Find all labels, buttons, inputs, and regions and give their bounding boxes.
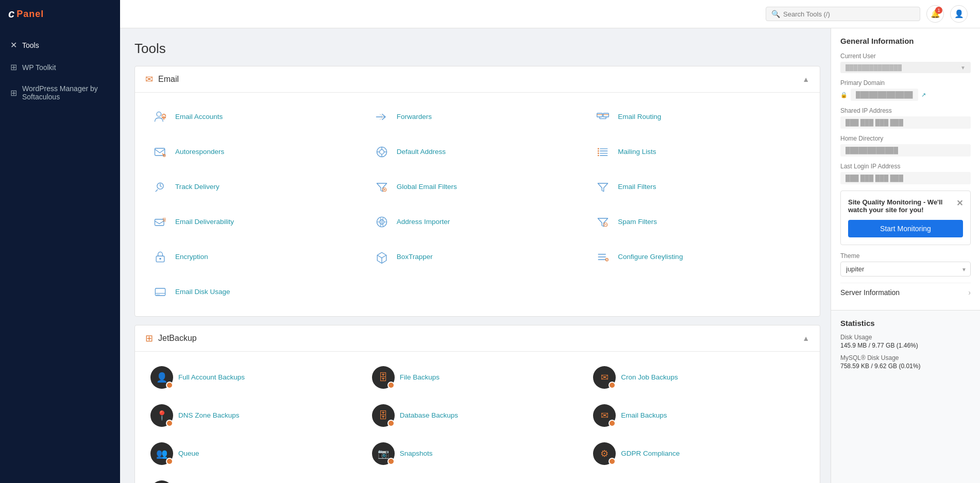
queue-badge — [166, 458, 173, 465]
jetbackup-section-chevron: ▲ — [802, 334, 809, 342]
topbar-icons: 🔔 1 👤 — [926, 5, 968, 23]
tool-configure-greylisting[interactable]: Configure Greylisting — [588, 241, 809, 273]
tool-forwarders[interactable]: Forwarders — [367, 101, 588, 133]
svg-point-41 — [159, 294, 160, 295]
topbar: 🔍 🔔 1 👤 — [120, 0, 980, 28]
tool-full-account-backups[interactable]: 👤 Full Account Backups — [145, 360, 367, 395]
monitoring-close-btn[interactable]: ✕ — [956, 198, 963, 208]
tool-email-deliverability[interactable]: Email Deliverability — [145, 206, 367, 238]
full-account-backups-badge — [166, 382, 173, 389]
tool-email-disk-usage-label: Email Disk Usage — [175, 287, 230, 297]
current-user-text: ██████████████ — [846, 64, 902, 71]
svg-rect-2 — [597, 113, 603, 117]
tool-cron-job-backups-label: Cron Job Backups — [621, 373, 678, 382]
monitoring-box: ✕ Site Quality Monitoring - We'll watch … — [840, 191, 971, 245]
sidebar-item-tools[interactable]: ✕ Tools — [0, 34, 120, 56]
tools-icon: ✕ — [10, 40, 17, 50]
general-info-title: General Information — [840, 37, 971, 45]
tool-encryption-label: Encryption — [175, 252, 208, 262]
tool-track-delivery[interactable]: Track Delivery — [145, 171, 367, 203]
tool-email-routing[interactable]: Email Routing — [588, 101, 809, 133]
search-box[interactable]: 🔍 — [766, 7, 920, 21]
server-info-arrow: › — [968, 288, 971, 297]
email-filters-icon — [593, 177, 613, 197]
tool-settings[interactable]: ⚙ Settings — [145, 474, 367, 483]
global-email-filters-icon — [372, 177, 392, 197]
jetbackup-section-icon: ⊞ — [145, 333, 153, 344]
mailing-lists-icon — [593, 142, 613, 162]
jetbackup-section-header[interactable]: ⊞ JetBackup ▲ — [135, 325, 820, 352]
tool-email-disk-usage[interactable]: Email Disk Usage — [145, 276, 367, 308]
home-dir-row: Home Directory ████████████ — [840, 135, 971, 157]
tool-file-backups[interactable]: 🗄 File Backups — [367, 360, 588, 395]
tool-mailing-lists[interactable]: Mailing Lists — [588, 136, 809, 168]
email-section: ✉ Email ▲ — [134, 66, 820, 317]
tool-dns-zone-backups[interactable]: 📍 DNS Zone Backups — [145, 398, 367, 433]
tool-default-address-label: Default Address — [397, 147, 446, 157]
search-input[interactable] — [783, 10, 915, 18]
encryption-icon — [150, 247, 170, 267]
monitoring-title: ✕ Site Quality Monitoring - We'll watch … — [848, 198, 963, 214]
configure-greylisting-icon — [593, 247, 613, 267]
tool-address-importer[interactable]: Address Importer — [367, 206, 588, 238]
svg-point-32 — [159, 258, 161, 260]
svg-point-0 — [157, 112, 161, 116]
server-info-label: Server Information — [840, 288, 900, 297]
page-title: Tools — [134, 41, 820, 57]
tool-encryption[interactable]: Encryption — [145, 241, 367, 273]
svg-point-40 — [157, 294, 158, 295]
statistics-title: Statistics — [840, 319, 971, 327]
tool-gdpr-compliance[interactable]: ⚙ GDPR Compliance — [588, 436, 809, 471]
cron-job-backups-badge — [609, 382, 616, 389]
tool-email-filters[interactable]: Email Filters — [588, 171, 809, 203]
tool-email-deliverability-label: Email Deliverability — [175, 217, 234, 227]
tool-autoresponders[interactable]: Autoresponders — [145, 136, 367, 168]
tool-global-email-filters[interactable]: Global Email Filters — [367, 171, 588, 203]
user-button[interactable]: 👤 — [950, 5, 968, 23]
jetbackup-section: ⊞ JetBackup ▲ 👤 Full Account Backups — [134, 325, 820, 483]
email-section-header[interactable]: ✉ Email ▲ — [135, 66, 820, 93]
jetbackup-section-grid: 👤 Full Account Backups 🗄 File Backups — [135, 352, 820, 483]
email-routing-icon — [593, 107, 613, 127]
disk-usage-row: Disk Usage 145.9 MB / 9.77 GB (1.46%) — [840, 334, 971, 349]
disk-usage-value: 145.9 MB / 9.77 GB (1.46%) — [840, 342, 971, 349]
tool-boxtrapper[interactable]: BoxTrapper — [367, 241, 588, 273]
server-info-row[interactable]: Server Information › — [840, 283, 971, 302]
tool-email-backups-label: Email Backups — [621, 411, 667, 420]
file-backups-badge — [387, 382, 395, 389]
disk-usage-label: Disk Usage — [840, 334, 971, 341]
tool-snapshots[interactable]: 📷 Snapshots — [367, 436, 588, 471]
notification-badge: 1 — [935, 7, 942, 14]
start-monitoring-button[interactable]: Start Monitoring — [848, 220, 963, 237]
email-deliverability-icon — [150, 212, 170, 232]
tool-database-backups[interactable]: 🗄 Database Backups — [367, 398, 588, 433]
tool-gdpr-compliance-label: GDPR Compliance — [621, 449, 680, 458]
track-delivery-icon — [150, 177, 170, 197]
sidebar-item-wordpress-manager-label: WordPress Manager by Softaculous — [22, 84, 110, 101]
general-info-section: General Information Current User ███████… — [831, 28, 980, 310]
email-backups-badge — [609, 420, 616, 427]
tool-cron-job-backups[interactable]: ✉ Cron Job Backups — [588, 360, 809, 395]
tool-email-backups[interactable]: ✉ Email Backups — [588, 398, 809, 433]
sidebar-item-tools-label: Tools — [22, 41, 39, 49]
sidebar-item-wordpress-manager[interactable]: ⊞ WordPress Manager by Softaculous — [0, 78, 120, 107]
gdpr-compliance-badge — [609, 458, 616, 465]
tool-spam-filters-label: Spam Filters — [618, 217, 657, 227]
svg-point-18 — [598, 148, 599, 150]
tool-queue[interactable]: 👥 Queue — [145, 436, 367, 471]
tool-configure-greylisting-label: Configure Greylisting — [618, 252, 683, 262]
sidebar-item-wptoolkit[interactable]: ⊞ WP Toolkit — [0, 56, 120, 78]
primary-domain-ext-link[interactable]: ↗ — [921, 92, 926, 98]
tool-email-accounts[interactable]: Email Accounts — [145, 101, 367, 133]
forwarders-icon — [372, 107, 392, 127]
svg-point-20 — [598, 152, 599, 154]
tool-spam-filters[interactable]: Spam Filters — [588, 206, 809, 238]
tool-snapshots-label: Snapshots — [400, 449, 433, 458]
wp-manager-icon: ⊞ — [10, 88, 17, 98]
tool-default-address[interactable]: Default Address — [367, 136, 588, 168]
current-user-value[interactable]: ██████████████ ▼ — [840, 62, 971, 73]
shared-ip-row: Shared IP Address ███ ███ ███ ███ — [840, 107, 971, 129]
tool-email-filters-label: Email Filters — [618, 182, 656, 192]
theme-select[interactable]: jupiter paper_lantern — [840, 262, 971, 277]
notification-button[interactable]: 🔔 1 — [926, 5, 944, 23]
